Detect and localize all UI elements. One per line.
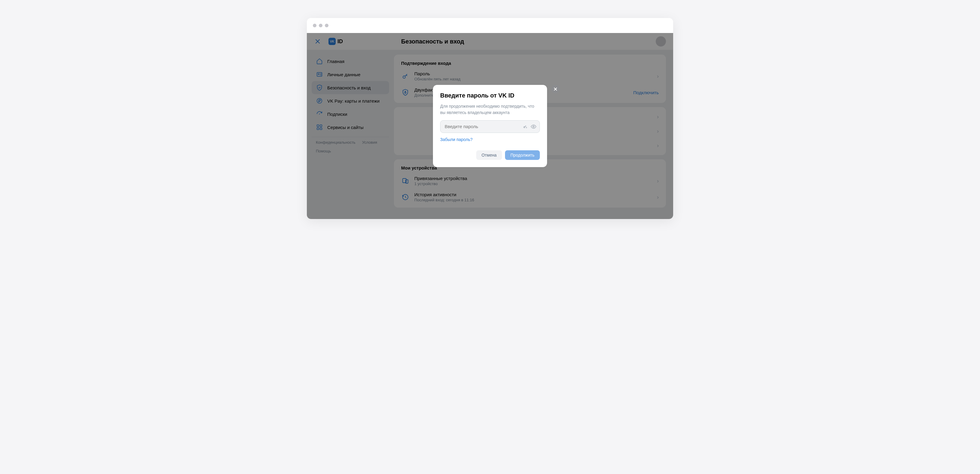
eye-icon[interactable] bbox=[531, 124, 536, 130]
app-window: VK ID Безопасность и вход Главная Личные… bbox=[307, 18, 673, 219]
traffic-minimize[interactable] bbox=[319, 24, 323, 27]
x-icon bbox=[554, 87, 557, 91]
modal-close-button[interactable] bbox=[551, 85, 560, 93]
key-picker-icon[interactable] bbox=[522, 124, 528, 130]
modal-wrap: Введите пароль от VK ID Для продолжения … bbox=[433, 85, 547, 167]
password-modal: Введите пароль от VK ID Для продолжения … bbox=[433, 85, 547, 167]
modal-overlay[interactable]: Введите пароль от VK ID Для продолжения … bbox=[307, 33, 673, 219]
forgot-password-link[interactable]: Забыли пароль? bbox=[440, 137, 540, 142]
cancel-button[interactable]: Отмена bbox=[476, 150, 502, 160]
traffic-close[interactable] bbox=[313, 24, 317, 27]
continue-button[interactable]: Продолжить bbox=[505, 150, 540, 160]
traffic-lights bbox=[313, 24, 328, 27]
modal-title: Введите пароль от VK ID bbox=[440, 92, 540, 99]
password-input-wrap bbox=[440, 120, 540, 133]
input-icons bbox=[522, 124, 536, 130]
traffic-zoom[interactable] bbox=[325, 24, 328, 27]
password-input[interactable] bbox=[444, 124, 522, 129]
svg-point-13 bbox=[533, 126, 535, 127]
content-wrap: VK ID Безопасность и вход Главная Личные… bbox=[307, 33, 673, 219]
window-titlebar bbox=[307, 18, 673, 33]
modal-footer: Отмена Продолжить bbox=[440, 150, 540, 160]
modal-description: Для продолжения необходимо подтвердить, … bbox=[440, 103, 540, 116]
